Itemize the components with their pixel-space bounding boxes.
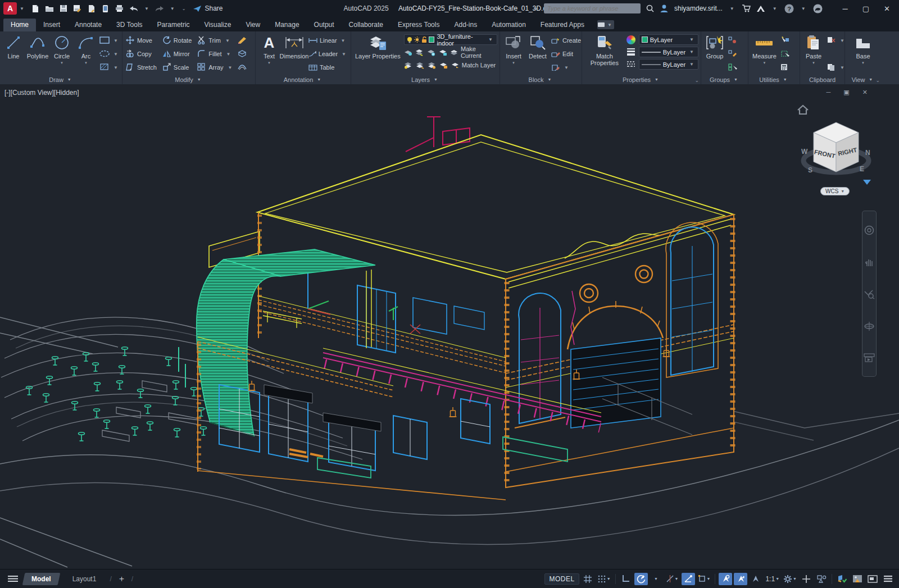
table-button[interactable]: Table <box>308 62 348 73</box>
move-button[interactable]: Move <box>126 34 157 47</box>
viewcube-menu-arrow-icon[interactable] <box>863 180 871 185</box>
save-icon[interactable] <box>58 4 69 13</box>
autodesk-logo-icon[interactable] <box>756 5 765 12</box>
chevron-down-icon[interactable]: ▼ <box>810 61 817 65</box>
model-tab[interactable]: Model <box>22 573 60 585</box>
layer-unlock-icon[interactable] <box>439 62 448 69</box>
tab-insert[interactable]: Insert <box>36 19 67 31</box>
viewport-controls-label[interactable]: [-][Custom View][Hidden] <box>4 89 79 97</box>
grid-display-toggle[interactable] <box>581 573 594 585</box>
layer-lock-icon[interactable] <box>439 49 447 56</box>
array-button[interactable]: Array▼ <box>197 61 234 74</box>
polar-tracking-toggle[interactable] <box>634 573 648 585</box>
autodesk-dropdown-icon[interactable]: ▼ <box>771 6 779 11</box>
offset-icon[interactable] <box>237 63 247 71</box>
snap-mode-toggle[interactable]: ▼ <box>596 573 612 585</box>
chevron-down-icon[interactable]: ▼ <box>112 38 120 43</box>
navigation-bar[interactable] <box>862 211 877 377</box>
layer-thaw-icon[interactable] <box>428 62 436 69</box>
layout-menu-icon[interactable] <box>8 575 18 582</box>
panel-expander-icon[interactable]: ⌄ <box>875 78 880 83</box>
ungroup-icon[interactable] <box>728 37 737 45</box>
panel-label-block[interactable]: Block▼ <box>500 75 582 84</box>
tab-automation[interactable]: Automation <box>484 19 533 31</box>
chevron-down-icon[interactable]: ▼ <box>226 65 234 70</box>
maximize-button[interactable]: ▢ <box>862 4 869 13</box>
chevron-down-icon[interactable]: ▼ <box>707 577 711 581</box>
tab-3d-tools[interactable]: 3D Tools <box>109 19 149 31</box>
layer-freeze-icon[interactable] <box>427 49 435 56</box>
line-button[interactable]: Line <box>2 33 25 75</box>
chevron-down-icon[interactable]: ▼ <box>225 52 233 57</box>
search-icon[interactable] <box>646 4 654 12</box>
navigation-wheel-icon[interactable] <box>864 225 874 235</box>
pan-hand-icon[interactable] <box>864 257 874 267</box>
layer-properties-button[interactable]: Layer Properties <box>353 33 402 75</box>
color-wheel-icon[interactable] <box>626 35 635 44</box>
graphics-performance-toggle[interactable] <box>836 573 849 585</box>
panel-label-clipboard[interactable]: Clipboard <box>800 75 844 84</box>
rectangle-icon[interactable] <box>99 37 110 45</box>
help-icon[interactable]: ? <box>784 4 794 13</box>
compass-e[interactable]: E <box>860 165 864 173</box>
showmotion-icon[interactable] <box>864 353 875 362</box>
layer-off-icon[interactable] <box>404 49 412 56</box>
cut-icon[interactable] <box>827 37 836 45</box>
leader-button[interactable]: Leader▼ <box>308 48 348 60</box>
compass-w[interactable]: W <box>801 148 808 156</box>
chevron-down-icon[interactable]: ▼ <box>607 577 611 581</box>
paste-button[interactable]: Paste ▼ <box>802 33 825 75</box>
redo-icon[interactable] <box>155 4 165 13</box>
tab-express-tools[interactable]: Express Tools <box>391 19 447 31</box>
chevron-down-icon[interactable]: ▼ <box>761 61 768 65</box>
object-snap-tracking-toggle[interactable] <box>682 573 695 585</box>
make-current-button[interactable]: Make Current <box>450 47 497 58</box>
chevron-down-icon[interactable]: ▼ <box>58 61 65 65</box>
tab-add-ins[interactable]: Add-ins <box>447 19 484 31</box>
chevron-down-icon[interactable]: ▼ <box>793 577 797 581</box>
viewcube-cube[interactable]: FRONT RIGHT <box>814 122 859 172</box>
help-search-box[interactable] <box>544 3 641 13</box>
linear-button[interactable]: Linear▼ <box>308 35 348 46</box>
panel-label-layers[interactable]: Layers▼ <box>351 75 500 84</box>
fillet-button[interactable]: Fillet▼ <box>197 47 234 61</box>
undo-dropdown-icon[interactable]: ▼ <box>143 6 151 11</box>
chevron-down-icon[interactable]: ▼ <box>112 65 120 70</box>
chevron-down-icon[interactable]: ▼ <box>18 6 26 11</box>
object-snap-toggle[interactable]: ▼ <box>697 573 712 585</box>
attribute-button[interactable]: ▼ <box>551 62 581 73</box>
ellipse-icon[interactable] <box>99 50 110 58</box>
tab-manage[interactable]: Manage <box>267 19 306 31</box>
panel-label-groups[interactable]: Groups▼ <box>701 75 748 84</box>
text-button[interactable]: A Text ▼ <box>258 33 280 75</box>
close-button[interactable]: ✕ <box>884 4 890 13</box>
annotation-scale-value[interactable]: 1:1▼ <box>764 573 780 585</box>
polar-dropdown[interactable]: ▼ <box>650 573 663 585</box>
layer-color-swatch[interactable] <box>429 37 434 43</box>
scale-button[interactable]: Scale <box>162 61 192 74</box>
model-space-toggle[interactable]: MODEL <box>544 573 579 585</box>
insert-button[interactable]: Insert ▼ <box>502 33 525 75</box>
customization-menu[interactable] <box>881 573 895 585</box>
rotate-button[interactable]: Rotate <box>162 34 192 47</box>
save-to-mobile-icon[interactable] <box>101 4 111 13</box>
panel-label-modify[interactable]: Modify▼ <box>122 75 255 84</box>
save-as-icon[interactable] <box>72 4 83 13</box>
base-button[interactable]: Base ▼ <box>852 33 874 75</box>
edit-block-button[interactable]: Edit <box>551 48 581 60</box>
layer-dropdown[interactable]: 3D_furniture-indoor ▼ <box>404 34 497 45</box>
app-menu-button[interactable]: A <box>3 2 17 15</box>
object-color-dropdown[interactable]: ByLayer▼ <box>639 34 698 45</box>
undo-icon[interactable] <box>129 4 139 13</box>
polyline-button[interactable]: Polyline <box>26 33 49 75</box>
tab-annotate[interactable]: Annotate <box>67 19 109 31</box>
orbit-icon[interactable] <box>864 321 875 331</box>
redo-dropdown-icon[interactable]: ▼ <box>169 6 176 11</box>
panel-label-draw[interactable]: Draw▼ <box>0 75 122 84</box>
lineweight-icon[interactable] <box>626 48 635 57</box>
annotation-scale-icon[interactable] <box>749 573 762 585</box>
workspace-switching-gear[interactable]: ▼ <box>782 573 798 585</box>
explode-icon[interactable] <box>237 49 247 58</box>
panel-label-annotation[interactable]: Annotation▼ <box>256 75 351 84</box>
measure-button[interactable]: Measure ▼ <box>751 33 778 75</box>
